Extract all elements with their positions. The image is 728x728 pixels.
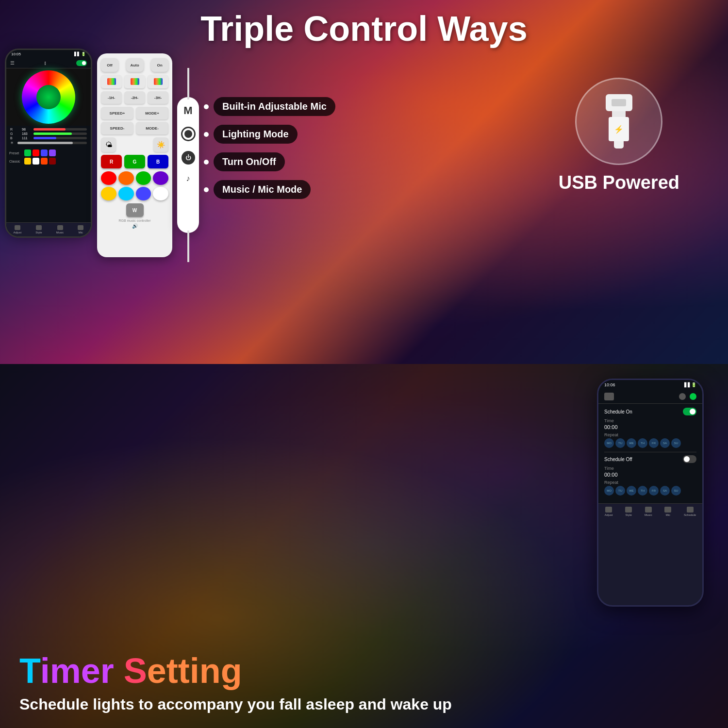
toggle-phone[interactable] <box>76 60 87 66</box>
day-fr-2[interactable]: FR <box>649 486 659 496</box>
day-tu-2[interactable]: TU <box>615 486 625 496</box>
day-we-1[interactable]: WE <box>627 438 636 448</box>
btn-2h[interactable]: -2H- <box>124 91 145 104</box>
music-btn-2[interactable] <box>124 75 145 88</box>
color-purple[interactable] <box>153 171 168 185</box>
btn-w[interactable]: W <box>126 203 144 217</box>
classic-yellow[interactable] <box>24 158 31 165</box>
nav-adjust[interactable]: Adjust <box>14 225 22 234</box>
usb-head <box>606 94 632 111</box>
music-btn-3[interactable] <box>148 75 168 88</box>
controller-power-button[interactable]: ⏻ <box>182 151 195 165</box>
remote-control: Off Auto On -1H- -2H- -3H- SPEED+ MODE+ … <box>97 53 172 257</box>
timer-t: T <box>19 651 40 690</box>
usb-body: ⚡ <box>609 117 629 141</box>
day-sa-2[interactable]: SA <box>660 486 670 496</box>
callout-music: Music / Mic Mode <box>204 180 335 199</box>
preset-red[interactable] <box>33 149 39 156</box>
callout-text-power: Turn On/Off <box>214 152 285 171</box>
usb-neck <box>612 111 626 117</box>
btn-g[interactable]: G <box>124 155 145 168</box>
preset-row: Preset <box>9 149 88 156</box>
rnav-mic[interactable]: Mic <box>664 507 671 516</box>
btn-on[interactable]: On <box>151 58 168 72</box>
nav-mic[interactable]: Mic <box>78 225 83 234</box>
color-blue[interactable] <box>136 187 151 200</box>
color-wheel[interactable] <box>22 70 75 124</box>
usb-symbol: ⚡ <box>614 125 624 134</box>
b-slider[interactable] <box>33 137 87 139</box>
btn-off[interactable]: Off <box>101 58 118 72</box>
day-th-1[interactable]: TH <box>638 438 647 448</box>
color-orange[interactable] <box>118 171 134 185</box>
day-su-1[interactable]: SU <box>671 438 681 448</box>
btn-r[interactable]: R <box>101 155 122 168</box>
btn-mode-minus[interactable]: MODE- <box>136 122 168 134</box>
preset-purple[interactable] <box>49 149 56 156</box>
timer-section: Timer Setting Schedule lights to accompa… <box>0 641 728 728</box>
nav-music[interactable]: Music <box>56 225 64 234</box>
btn-3h[interactable]: -3H- <box>148 91 168 104</box>
r-slider[interactable] <box>33 128 87 131</box>
brightness-slider[interactable] <box>17 142 87 144</box>
color-white[interactable] <box>153 187 168 200</box>
sliders-icon: ⫿ <box>44 60 47 66</box>
usb-circle: ⚡ <box>575 78 662 165</box>
time-label-1: Time <box>604 418 696 423</box>
btn-bright[interactable]: ☀️ <box>153 137 168 152</box>
btn-b[interactable]: B <box>148 155 168 168</box>
day-mo-1[interactable]: MO <box>604 438 614 448</box>
rnav-style[interactable]: Style <box>625 507 632 516</box>
btn-mode-plus[interactable]: MODE+ <box>136 107 168 119</box>
timer-subtitle: Schedule lights to accompany you fall as… <box>19 695 709 713</box>
rnav-music-icon <box>645 507 652 513</box>
btn-auto[interactable]: Auto <box>126 58 144 72</box>
phone-right-status: 10:06 ▋▋🔋 <box>598 380 702 390</box>
preset-green[interactable] <box>24 149 31 156</box>
color-cyan[interactable] <box>118 187 134 200</box>
day-sa-1[interactable]: SA <box>660 438 670 448</box>
day-fr-1[interactable]: FR <box>649 438 659 448</box>
controller-cable-bottom <box>187 231 189 262</box>
btn-dim[interactable]: 🌤 <box>101 137 116 152</box>
color-red[interactable] <box>101 171 116 185</box>
preset-label: Preset <box>9 151 23 155</box>
rnav-music[interactable]: Music <box>645 507 652 516</box>
menu-icon: ☰ <box>10 60 15 66</box>
callout-dot-lighting <box>204 132 209 137</box>
classic-darkred[interactable] <box>49 158 56 165</box>
rnav-schedule[interactable]: Schedule <box>684 507 696 516</box>
remote-logo: RGB music controller 🔊 <box>101 219 168 229</box>
top-section: Triple Control Ways 10:05 ▋▋ 🔋 ☰ ⫿ <box>0 0 728 364</box>
phone-right: 10:06 ▋▋🔋 Schedule On Time 00:00 Repeat … <box>597 379 704 607</box>
callout-power: Turn On/Off <box>204 152 335 171</box>
phone-sliders: R 98 G 183 B 111 ☀ <box>6 126 91 148</box>
btn-1h[interactable]: -1H- <box>101 91 122 104</box>
day-tu-1[interactable]: TU <box>615 438 625 448</box>
classic-orange[interactable] <box>41 158 48 165</box>
day-mo-2[interactable]: MO <box>604 486 614 496</box>
day-th-2[interactable]: TH <box>638 486 647 496</box>
phone-right-bottom-nav: Adjust Style Music Mic Schedule <box>598 503 702 519</box>
nav-style[interactable]: Style <box>35 225 42 234</box>
style-icon <box>36 225 42 230</box>
controller-button-circle[interactable] <box>181 127 196 141</box>
toggle-schedule-off[interactable] <box>683 455 696 463</box>
rnav-adjust-icon <box>605 507 612 513</box>
toggle-schedule-on[interactable] <box>683 408 696 415</box>
preset-blue[interactable] <box>41 149 48 156</box>
day-su-2[interactable]: SU <box>671 486 681 496</box>
classic-white[interactable] <box>33 158 39 165</box>
phone-signal-left: ▋▋ 🔋 <box>74 52 86 56</box>
music-btn-1[interactable] <box>101 75 122 88</box>
color-yellow[interactable] <box>101 187 116 200</box>
day-we-2[interactable]: WE <box>627 486 636 496</box>
g-slider[interactable] <box>33 132 87 135</box>
timer-title: Timer Setting <box>19 651 709 691</box>
rnav-adjust[interactable]: Adjust <box>605 507 613 516</box>
color-green[interactable] <box>136 171 151 185</box>
btn-speed-plus[interactable]: SPEED+ <box>101 107 133 119</box>
btn-speed-minus[interactable]: SPEED- <box>101 122 133 134</box>
repeat-label-2: Repeat <box>604 480 696 485</box>
usb-section: ⚡ USB Powered <box>559 78 679 193</box>
